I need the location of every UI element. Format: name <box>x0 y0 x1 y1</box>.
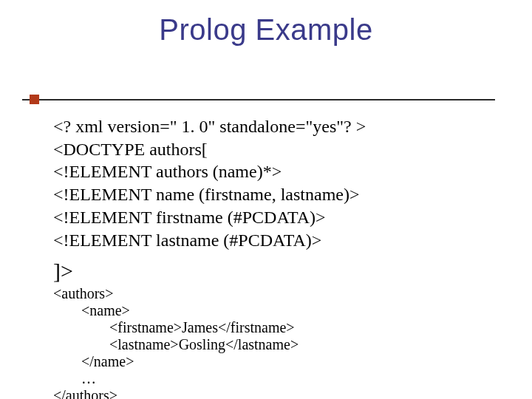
dtd-line: <!ELEMENT name (firstname, lastname)> <box>53 183 366 206</box>
dtd-line: <? xml version=" 1. 0" standalone="yes"?… <box>53 115 366 138</box>
xml-line: <authors> <box>53 285 299 302</box>
dtd-line: <DOCTYPE authors[ <box>53 138 366 161</box>
dtd-line: <!ELEMENT lastname (#PCDATA)> <box>53 229 366 252</box>
dtd-line: <!ELEMENT firstname (#PCDATA)> <box>53 206 366 229</box>
xml-line: <lastname>Gosling</lastname> <box>53 336 299 353</box>
dtd-block: <? xml version=" 1. 0" standalone="yes"?… <box>53 115 366 251</box>
slide: Prolog Example <? xml version=" 1. 0" st… <box>0 0 532 399</box>
xml-line: … <box>53 370 299 387</box>
page-title: Prolog Example <box>0 13 532 47</box>
xml-line: <firstname>James</firstname> <box>53 319 299 336</box>
divider <box>22 99 495 100</box>
dtd-close: ]> <box>53 259 73 283</box>
bullet-marker <box>30 95 39 104</box>
xml-block: <authors> <name> <firstname>James</first… <box>53 285 299 399</box>
xml-line: </name> <box>53 353 299 370</box>
xml-line: </authors> <box>53 387 299 399</box>
dtd-line: <!ELEMENT authors (name)*> <box>53 160 366 183</box>
xml-line: <name> <box>53 302 299 319</box>
